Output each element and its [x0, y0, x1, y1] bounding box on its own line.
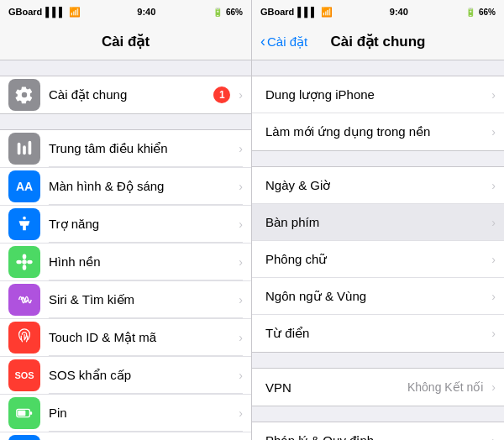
label-phap-ly: Pháp lý & Quy định	[265, 433, 488, 440]
battery-icon-right: 🔋	[465, 8, 475, 17]
icon-wallpaper	[8, 246, 40, 278]
right-section-4: Pháp lý & Quy định ›	[252, 422, 504, 440]
svg-rect-10	[29, 411, 32, 415]
row-content-sos: SOS khẩn cấp ›	[49, 357, 243, 394]
chevron-trung-tam: ›	[239, 142, 243, 155]
icon-siri	[8, 284, 40, 316]
chevron-ngay-gio: ›	[491, 179, 496, 192]
time-left: 9:40	[137, 7, 155, 17]
label-ngay-gio: Ngày & Giờ	[265, 178, 488, 193]
right-section-3: VPN Không Kết nối ›	[252, 368, 504, 406]
chevron-dung-luong: ›	[491, 88, 496, 102]
icon-gear	[8, 79, 40, 111]
battery-text-right: 66%	[479, 8, 496, 17]
row-phong-chu[interactable]: Phông chữ ›	[252, 241, 504, 278]
svg-rect-11	[18, 411, 25, 416]
svg-rect-1	[23, 145, 26, 155]
icon-controls	[8, 133, 40, 165]
back-button[interactable]: ‹ Cài đặt	[260, 33, 307, 50]
row-ngay-gio[interactable]: Ngày & Giờ ›	[252, 167, 504, 204]
row-cai-dat-chung[interactable]: Cài đặt chung 1 ›	[0, 76, 251, 113]
icon-brightness: AA	[8, 170, 40, 202]
row-touch-id[interactable]: Touch ID & Mật mã ›	[0, 319, 251, 357]
chevron-cai-dat-chung: ›	[239, 88, 243, 102]
row-content-tro-nang: Trợ năng ›	[49, 206, 243, 243]
back-label[interactable]: Cài đặt	[267, 34, 307, 50]
chevron-sos: ›	[239, 369, 243, 382]
row-content-touch-id: Touch ID & Mật mã ›	[49, 319, 243, 356]
row-lam-moi[interactable]: Làm mới ứng dụng trong nền ›	[252, 113, 504, 150]
row-label-tro-nang: Trợ năng	[49, 217, 235, 232]
chevron-ngon-ngu: ›	[491, 290, 496, 303]
chevron-hinh-nen: ›	[239, 255, 243, 269]
badge-cai-dat-chung: 1	[213, 86, 230, 103]
row-label-trung-tam: Trung tâm điều khiển	[49, 141, 235, 156]
right-section-1: Dung lượng iPhone › Làm mới ứng dụng tro…	[252, 76, 504, 151]
svg-point-6	[23, 265, 27, 270]
row-label-pin: Pin	[49, 406, 235, 420]
row-ban-phim[interactable]: Bàn phím ›	[252, 204, 504, 241]
row-phap-ly[interactable]: Pháp lý & Quy định ›	[252, 422, 504, 440]
chevron-man-hinh: ›	[239, 180, 243, 193]
svg-point-4	[22, 259, 27, 265]
chevron-tro-nang: ›	[239, 217, 243, 231]
battery-area-left: 🔋 66%	[213, 8, 243, 17]
svg-point-3	[23, 217, 26, 220]
row-ngon-ngu[interactable]: Ngôn ngữ & Vùng ›	[252, 278, 504, 315]
row-pin[interactable]: Pin ›	[0, 395, 251, 432]
carrier-text-right: GBoard	[260, 7, 294, 17]
right-nav-bar: ‹ Cài đặt Cài đặt chung	[252, 24, 504, 60]
row-siri[interactable]: Siri & Tìm kiếm ›	[0, 281, 251, 319]
row-label-touch-id: Touch ID & Mật mã	[49, 330, 235, 345]
value-vpn: Không Kết nối	[407, 380, 483, 394]
row-content-siri: Siri & Tìm kiếm ›	[49, 281, 243, 318]
left-panel: GBoard ▌▌▌ 📶 9:40 🔋 66% Cài đặt Cài đặt …	[0, 0, 252, 440]
label-ban-phim: Bàn phím	[265, 215, 488, 229]
right-nav-title: Cài đặt chung	[331, 33, 426, 50]
row-quyen-rieng-tu[interactable]: Quyền riêng tư ›	[0, 432, 251, 440]
icon-fingerprint	[8, 322, 40, 354]
chevron-lam-moi: ›	[491, 125, 496, 139]
row-right-cai-dat-chung: 1 ›	[213, 86, 243, 103]
row-hinh-nen[interactable]: Hình nền ›	[0, 244, 251, 281]
row-content-trung-tam: Trung tâm điều khiển ›	[49, 130, 243, 167]
label-lam-moi: Làm mới ứng dụng trong nền	[265, 124, 488, 139]
row-label-cai-dat-chung: Cài đặt chung	[49, 87, 213, 102]
row-sos[interactable]: SOS SOS khẩn cấp ›	[0, 357, 251, 395]
row-content-cai-dat-chung: Cài đặt chung 1 ›	[49, 76, 243, 113]
section-group-2: Trung tâm điều khiển › AA Màn hình & Độ …	[0, 129, 251, 440]
battery-icon-left: 🔋	[213, 8, 223, 17]
signal-icon-right: ▌▌▌	[297, 7, 317, 17]
row-tu-dien[interactable]: Từ điển ›	[252, 315, 504, 352]
row-trung-tam[interactable]: Trung tâm điều khiển ›	[0, 130, 251, 168]
right-section-2: Ngày & Giờ › Bàn phím › Phông chữ › Ngôn…	[252, 166, 504, 353]
label-phong-chu: Phông chữ	[265, 252, 488, 267]
chevron-ban-phim: ›	[491, 216, 496, 229]
siri-svg	[15, 291, 34, 309]
flower-svg	[15, 253, 34, 271]
back-chevron-icon: ‹	[260, 33, 265, 50]
controls-svg	[15, 139, 34, 158]
chevron-tu-dien: ›	[491, 327, 496, 340]
chevron-touch-id: ›	[239, 331, 243, 344]
gear-svg	[15, 86, 34, 104]
right-settings-list: Dung lượng iPhone › Làm mới ứng dụng tro…	[252, 60, 504, 440]
icon-privacy	[8, 435, 40, 440]
row-vpn[interactable]: VPN Không Kết nối ›	[252, 369, 504, 406]
chevron-siri: ›	[239, 293, 243, 306]
sos-text: SOS	[14, 370, 34, 380]
fingerprint-svg	[15, 328, 34, 347]
row-content-quyen-rieng-tu: Quyền riêng tư ›	[49, 432, 243, 440]
row-tro-nang[interactable]: Trợ năng ›	[0, 206, 251, 244]
row-dung-luong[interactable]: Dung lượng iPhone ›	[252, 76, 504, 113]
status-bar-carrier-right: GBoard ▌▌▌ 📶	[260, 7, 333, 18]
chevron-phap-ly: ›	[491, 434, 496, 440]
svg-point-5	[23, 254, 27, 259]
row-man-hinh[interactable]: AA Màn hình & Độ sáng ›	[0, 168, 251, 206]
left-settings-list: Cài đặt chung 1 ›	[0, 60, 251, 440]
icon-sos: SOS	[8, 359, 40, 391]
left-nav-bar: Cài đặt	[0, 24, 251, 60]
aa-text: AA	[16, 180, 33, 193]
wifi-icon-right: 📶	[321, 7, 333, 18]
chevron-phong-chu: ›	[491, 253, 496, 266]
